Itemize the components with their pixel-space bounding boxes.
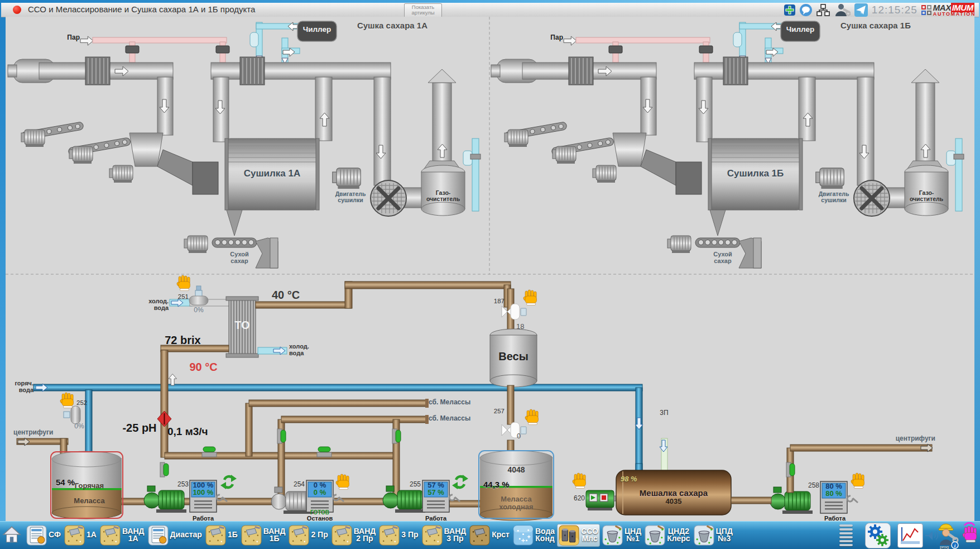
- taskbar-item-label: ВАНД2 Пр: [354, 528, 376, 543]
- sugar-icon: [289, 525, 309, 546]
- taskbar-item-label: ЦНД№1: [624, 528, 641, 543]
- taskbar-item-label: Диастар: [170, 531, 202, 538]
- taskbar-item-label: ЦНД2Клерс: [667, 528, 690, 543]
- engineer-icon[interactable]: [834, 3, 851, 17]
- taskbar-item-вода-конд[interactable]: ВодаКонд: [512, 524, 556, 546]
- add-icon[interactable]: [784, 4, 795, 16]
- valve-257-tag: 257: [489, 408, 505, 414]
- report-icon: [148, 525, 169, 546]
- trend-chart-icon[interactable]: [897, 523, 923, 548]
- taskbar-item-ванд-1б[interactable]: ВАНД1Б: [240, 524, 287, 546]
- taskbar-item-label: 2 Пр: [311, 531, 328, 538]
- taskbar-item-label: 1А: [87, 531, 97, 538]
- chat-icon[interactable]: [799, 3, 813, 17]
- taskbar-item-крст[interactable]: Крст: [468, 524, 511, 546]
- valve-manifold-1[interactable]: [202, 447, 217, 457]
- hand-icon-254[interactable]: [335, 474, 349, 490]
- taskbar-item-label: ССОМлс: [581, 528, 598, 543]
- taskbar-item-label: ВодаКонд: [535, 528, 555, 543]
- taskbar-items: СФ1АВАНД1АДиастар1БВАНД1Б2 ПрВАНД2 Пр3 П…: [1, 523, 734, 547]
- hand-icon-257[interactable]: [525, 409, 538, 425]
- gas-cleaner-label-1a: Газо-очиститель: [417, 190, 469, 202]
- process-graphics: [6, 17, 974, 521]
- ph-value: -25 pH: [115, 422, 164, 434]
- taskbar-item-label: ЦПД№3: [716, 528, 733, 543]
- taskbar-item-цпд-№3[interactable]: ЦПД№3: [693, 524, 734, 546]
- cold-water-in-label: холод.вода: [140, 298, 169, 311]
- valve-pump-258[interactable]: [786, 462, 795, 477]
- motor-620[interactable]: [586, 490, 619, 510]
- hand-icon-252[interactable]: [60, 393, 73, 408]
- valve-riser-2[interactable]: [277, 429, 286, 443]
- cold-tank-level: 44,3 %: [483, 480, 527, 489]
- settings-gears-icon[interactable]: [865, 523, 891, 548]
- dryer-1a-graphics: [8, 21, 481, 268]
- chiller-button-1b[interactable]: Чиллер: [781, 26, 820, 34]
- prog-tool-icon[interactable]: i prog: [925, 522, 960, 549]
- title-bar: ССО и Мелассирование и Сушка сахара 1А и…: [1, 3, 979, 17]
- valve-251-tag: 251: [172, 293, 189, 300]
- taskbar-item-home[interactable]: [1, 524, 24, 546]
- touch-mode-icon[interactable]: [961, 522, 979, 548]
- molasses-collect-label-2: сб. Мелассы: [429, 415, 479, 422]
- gas-cleaner-label-1b: Газо-очиститель: [901, 190, 952, 202]
- pump-253-recycle-icon: [220, 475, 237, 489]
- taskbar-item-2 пр[interactable]: 2 Пр: [287, 524, 329, 546]
- taskbar-item-ссо-млс[interactable]: ССОМлс: [557, 524, 600, 547]
- mixer-id: 4035: [622, 498, 726, 505]
- valve-252[interactable]: [64, 406, 80, 424]
- dryer-motor-label-1b: Двигательсушилки: [807, 191, 861, 203]
- hand-icon-187[interactable]: [523, 290, 536, 305]
- valve-manifold-2[interactable]: [317, 447, 332, 457]
- hot-water-label: горяч.вода: [9, 380, 33, 393]
- dry-sugar-label-1b: Сухойсахар: [707, 251, 739, 264]
- zp-label: 3П: [654, 409, 674, 417]
- taskbar-item-цнд-№1[interactable]: ЦНД№1: [601, 524, 642, 546]
- temp-out-value: 40 °C: [263, 289, 308, 301]
- valve-riser-3[interactable]: [392, 429, 401, 443]
- prog-label: prog: [940, 545, 949, 549]
- taskbar-item-цнд2-клерс[interactable]: ЦНД2Клерс: [643, 524, 691, 546]
- pump-255[interactable]: [383, 486, 425, 513]
- pump-253[interactable]: [144, 486, 186, 513]
- taskbar-item-1а[interactable]: 1А: [63, 524, 98, 546]
- hand-icon-620[interactable]: [572, 473, 585, 489]
- menu-bars-icon[interactable]: [839, 524, 853, 546]
- valve-252-tag: 252: [76, 399, 99, 406]
- pot-icon: [602, 525, 623, 546]
- cold-tank-id: 4048: [480, 466, 553, 474]
- taskbar-item-диастар[interactable]: Диастар: [147, 524, 203, 546]
- taskbar-item-1б[interactable]: 1Б: [204, 524, 239, 546]
- hand-icon-251[interactable]: [176, 275, 190, 291]
- show-articles-button[interactable]: Показатьартикулы: [404, 3, 442, 18]
- taskbar-item-label: 3 Пр: [401, 531, 418, 538]
- brix-value: 72 brix: [156, 335, 209, 346]
- taskbar-item-ванд-1а[interactable]: ВАНД1А: [99, 524, 146, 546]
- centrifuges-out-label: центрифуги: [883, 435, 935, 442]
- pump-258-wrench-icon[interactable]: [847, 496, 858, 503]
- pump-255-tag: 255: [404, 481, 421, 488]
- network-icon[interactable]: [816, 4, 830, 16]
- home-icon: [2, 525, 23, 546]
- pump-254-tag: 254: [288, 481, 305, 488]
- pump-253-tag: 253: [172, 481, 189, 488]
- water-icon: [513, 525, 534, 546]
- taskbar: СФ1АВАНД1АДиастар1БВАНД1Б2 ПрВАНД2 Пр3 П…: [0, 521, 980, 549]
- sugar-icon: [205, 525, 226, 546]
- taskbar-item-3 пр[interactable]: 3 Пр: [378, 524, 419, 546]
- valve-riser-1[interactable]: [160, 462, 169, 477]
- sugar-icon: [100, 525, 121, 546]
- motor-620-tag: 620: [566, 495, 585, 502]
- taskbar-item-ванд-2 пр[interactable]: ВАНД2 Пр: [330, 524, 377, 546]
- taskbar-item-сф[interactable]: СФ: [25, 524, 62, 546]
- valve-251[interactable]: [189, 286, 208, 305]
- taskbar-item-label: ВАНД1А: [122, 528, 145, 543]
- hand-icon-258[interactable]: [851, 473, 864, 489]
- taskbar-item-label: Крст: [492, 531, 510, 538]
- steam-label-1a: Пар: [60, 34, 80, 41]
- telegram-icon[interactable]: [854, 3, 868, 17]
- mixer-level: 98 %: [621, 475, 650, 483]
- chiller-button-1a[interactable]: Чиллер: [297, 26, 337, 34]
- mixer-name: Мешалка сахара: [622, 489, 726, 498]
- taskbar-item-ванд-3 пр[interactable]: ВАНД3 Пр: [421, 524, 468, 546]
